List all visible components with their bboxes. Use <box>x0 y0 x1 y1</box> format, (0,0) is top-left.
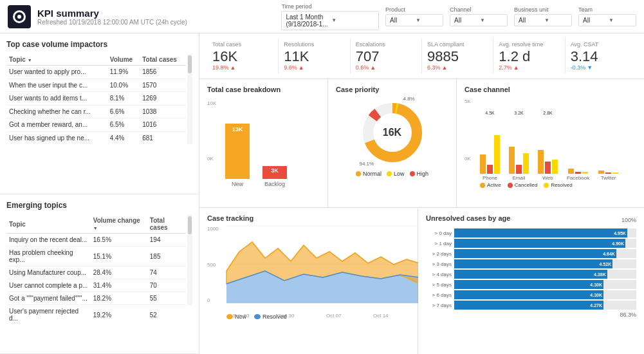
cases-cell: 1269 <box>140 92 186 106</box>
age-bar-fill: 4.38K <box>454 270 607 279</box>
volume-cell: 6.6% <box>107 105 140 118</box>
age-bar-bg: 4.27K <box>454 301 636 310</box>
age-100-label: 100% <box>621 217 636 223</box>
fb-label: Facebook <box>567 175 589 181</box>
legend-cancelled-label: Cancelled <box>515 182 538 188</box>
charts-area: Total case breakdown 10K 0K 13K <box>199 79 644 354</box>
filter-team-label: Team <box>578 6 636 13</box>
age-bar-value: 4.38K <box>594 272 606 277</box>
tw-top-label <box>608 111 609 115</box>
legend-active-dot <box>480 183 485 188</box>
legend-resolved-dot <box>544 183 549 188</box>
filter-team-select[interactable]: All ▼ <box>578 14 636 26</box>
bar-backlog-label: 3K <box>271 167 279 174</box>
age-bar-value: 4.52K <box>600 262 612 266</box>
emerging-topics-table: Topic Volume change ▼ Total cases Inquir… <box>6 215 186 324</box>
channel-twitter: Twitter <box>598 111 618 181</box>
col-total-cases-2[interactable]: Total cases <box>147 215 186 234</box>
channel-bars-area: 5K 0K 4.5K Phone <box>465 97 636 181</box>
table-row: User wanted to apply pro... 11.9% 1856 <box>6 66 186 79</box>
topic-cell: User wants to add items t... <box>6 92 107 106</box>
age-bar-value: 4.30K <box>590 293 602 297</box>
tw-cancelled-bar <box>605 172 611 174</box>
col-topic[interactable]: Topic ▼ <box>6 54 107 66</box>
kpi-value: 3.14 <box>571 49 631 64</box>
filter-bu-select[interactable]: All ▼ <box>514 14 572 26</box>
volume-cell: 6.5% <box>107 118 140 132</box>
age-row-label: > 0 day <box>426 230 452 236</box>
age-bar-bg: 4.30K <box>454 280 636 289</box>
filter-channel-value: All <box>454 17 477 24</box>
topic-cell: Got a member reward, an... <box>6 118 107 132</box>
table-row: When the user input the c... 10.0% 1570 <box>6 79 186 92</box>
channel-web: 2.8K Web <box>538 111 558 181</box>
age-bar-fill: 4.90K <box>454 239 625 248</box>
col-volume-change[interactable]: Volume change ▼ <box>91 215 147 234</box>
filter-business-unit: Business unit All ▼ <box>514 6 572 26</box>
filter-product-select[interactable]: All ▼ <box>385 14 443 26</box>
age-bar-bg: 4.64K <box>454 249 636 258</box>
tracking-chart: Case tracking 1000 500 0 <box>199 208 418 354</box>
topic-cell: User's paymenr rejected d... <box>6 305 91 325</box>
cases-cell: 194 <box>147 234 186 247</box>
filter-product-value: All <box>390 17 413 24</box>
filter-bu-value: All <box>519 17 542 24</box>
cases-cell: 1038 <box>140 105 186 118</box>
age-bar-fill: 4.27K <box>454 301 603 310</box>
legend-high: High <box>410 171 429 177</box>
emerging-topics-section: Emerging topics Topic Volume change ▼ To… <box>0 194 199 354</box>
col-total-cases[interactable]: Total cases <box>140 54 186 66</box>
age-bar-fill: 4.30K <box>454 280 603 289</box>
filter-time-select[interactable]: Last 1 Month (9/18/2018-1... ▼ <box>281 11 379 30</box>
fb-cancelled-bar <box>575 172 581 174</box>
cases-cell: 185 <box>147 247 186 266</box>
kpi-item: Escalations 707 0.6% ▲ <box>351 39 422 73</box>
age-row: > 6 days 4.30K <box>426 290 636 299</box>
kpi-change: 9.6% ▲ <box>284 64 344 71</box>
channel-y-0k: 0K <box>465 156 471 162</box>
kpi-value: 16K <box>212 49 273 64</box>
filter-channel-select[interactable]: All ▼ <box>450 14 508 26</box>
age-row: > 3 days 4.52K <box>426 259 636 268</box>
filter-channel-label: Channel <box>450 6 508 13</box>
tracking-title: Case tracking <box>207 214 410 222</box>
tw-active-bar <box>598 171 604 174</box>
age-row: > 0 day 4.95K <box>426 228 636 238</box>
chevron-down-icon: ▼ <box>480 17 503 23</box>
bar-new-label: 13K <box>232 126 243 133</box>
legend-high-label: High <box>417 171 429 177</box>
bar-new: 13K New <box>225 115 250 187</box>
age-row: > 4 days 4.38K <box>426 270 636 279</box>
chevron-down-icon: ▼ <box>331 17 374 23</box>
legend-normal-label: Normal <box>363 171 382 177</box>
kpi-label: Avg. CSAT <box>571 41 631 48</box>
email-top-label: 3.2K <box>514 111 523 115</box>
age-row-label: > 4 days <box>426 272 452 277</box>
col-volume[interactable]: Volume <box>107 54 140 66</box>
topic-cell: Got a """payment failed"""... <box>6 292 91 305</box>
legend-low: Low <box>387 171 405 177</box>
up-arrow-icon: ▲ <box>513 64 519 71</box>
web-active-bar <box>538 150 544 174</box>
col-topic-2[interactable]: Topic <box>6 215 91 234</box>
refresh-subtitle: Refreshed 10/19/2018 12:00:00 AM UTC (24… <box>37 19 187 26</box>
kpi-label: Avg. resolve time <box>499 41 559 48</box>
channel-chart: Case channel 5K 0K 4.5K <box>457 79 644 207</box>
volume-cell: 10.0% <box>107 79 140 92</box>
age-row-label: > 3 days <box>426 261 452 267</box>
age-bar-bg: 4.90K <box>454 239 636 248</box>
filter-team: Team All ▼ <box>578 6 636 26</box>
cases-cell: 681 <box>140 131 186 144</box>
volume-change-cell: 18.2% <box>91 292 147 305</box>
topic-cell: Inquiry on the recent deal... <box>6 234 91 247</box>
tw-label: Twitter <box>601 175 616 181</box>
down-arrow-icon: ▼ <box>587 64 593 71</box>
age-bar-bg: 4.38K <box>454 270 636 279</box>
age-bar-bg: 4.95K <box>454 228 636 238</box>
web-top-label: 2.8K <box>543 111 552 115</box>
phone-label: Phone <box>483 175 497 181</box>
age-bar-fill: 4.64K <box>454 249 616 258</box>
filter-product: Product All ▼ <box>385 6 443 26</box>
kpi-label: Total cases <box>212 41 273 48</box>
cases-cell: 1570 <box>140 79 186 92</box>
